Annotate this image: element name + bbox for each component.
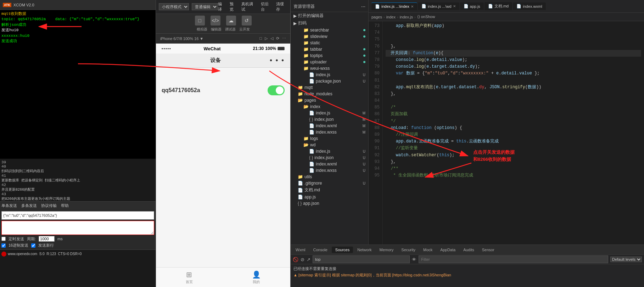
period-input[interactable] (39, 236, 55, 242)
debug-tab-security[interactable]: Security (398, 247, 419, 253)
tab-index-wxml[interactable]: 📄 index.wxml (513, 2, 545, 10)
resource-manager-btn[interactable]: ⋯ (361, 4, 365, 9)
menu-help[interactable]: 帮助 (61, 203, 69, 208)
send-input-single[interactable] (1, 211, 154, 220)
device-option[interactable]: ⋯ (282, 36, 286, 41)
xcom-logo: ATK (3, 3, 11, 7)
hex-send-checkbox[interactable] (1, 243, 6, 248)
sim-btn[interactable]: □ (195, 16, 205, 26)
console-search-input[interactable] (313, 255, 410, 263)
debug-tab-sources[interactable]: Sources (332, 247, 353, 253)
edit-dropdown[interactable]: 普通编辑 (192, 3, 218, 10)
debug-tab-memory[interactable]: Memory (376, 247, 397, 253)
home-icon: ⊞ (186, 270, 192, 279)
tree-node-modules[interactable]: 📁 node_modules (291, 91, 368, 97)
toggle-switch[interactable] (268, 85, 285, 95)
compile-btn[interactable]: 编译 (218, 1, 225, 12)
debug-tab-mock[interactable]: Mock (420, 247, 436, 253)
tree-slideview[interactable]: 📁 slideview (291, 33, 368, 40)
scan-item[interactable]: ▶ 扫码 (291, 19, 368, 27)
debug-tab-audits[interactable]: Audits (460, 247, 478, 253)
timed-send-checkbox[interactable] (1, 237, 6, 241)
tree-lib-index-js[interactable]: 📄 index.js U (291, 72, 368, 78)
nav-mine[interactable]: 👤 我的 (252, 270, 261, 285)
status-dot (363, 61, 365, 63)
device-ctrl-4[interactable]: ⟳ (276, 36, 279, 41)
status-dot (363, 35, 365, 38)
code-btn[interactable]: </> (211, 16, 220, 26)
tree-static[interactable]: 📁 static (291, 40, 368, 46)
tree-uploader[interactable]: 📁 uploader (291, 59, 368, 65)
tree-wd-index-js[interactable]: 📄 index.js U (291, 148, 368, 154)
tab-icon2: 📄 (421, 4, 426, 9)
debug-btn[interactable]: ☁ (226, 16, 236, 26)
debug-tab-appdata[interactable]: AppData (437, 247, 459, 253)
lib-pkg-label: package.json (316, 79, 341, 84)
upload-btn[interactable]: 切后台 (261, 1, 272, 12)
filter-input[interactable] (419, 255, 608, 263)
tree-utils[interactable]: 📁 utils (291, 174, 368, 180)
tree-searchbar[interactable]: 📁 searchbar (291, 27, 368, 33)
debug-tab-network[interactable]: Network (354, 247, 375, 253)
send-input-multiline[interactable] (1, 221, 154, 235)
preview-btn[interactable]: 预览 (230, 1, 237, 12)
tree-wd-index-wxml[interactable]: 📄 index.wxml U (291, 161, 368, 167)
tree-gitignore[interactable]: 📄 .gitignore U (291, 180, 368, 186)
eye-btn[interactable]: 👁 (412, 257, 416, 262)
tab-close2[interactable]: ✕ (453, 4, 456, 8)
xcom-menu: 单条发送 多条发送 协议传输 帮助 (0, 201, 156, 210)
breadcrumb-index-folder: index (386, 15, 396, 19)
tree-wd-index-wxss[interactable]: 📄 index.wxss U (291, 167, 368, 174)
line-83: }, (386, 91, 641, 97)
tree-app-js[interactable]: 📄 app.js (291, 194, 368, 200)
tree-mqtt[interactable]: 📁 mqtt (291, 84, 368, 91)
tree-tabbar[interactable]: 📁 tabbar (291, 46, 368, 52)
opened-editors-item[interactable]: ▶ 打开的编辑器 (291, 12, 368, 19)
tree-index-folder[interactable]: 📂 index (291, 103, 368, 110)
tree-lib-pkg-json[interactable]: 📄 package.json U (291, 78, 368, 84)
index-wxml-label: index.wxml (316, 123, 337, 128)
tree-app-json[interactable]: { } app.json (291, 200, 368, 207)
clear-btn[interactable]: 🚫 (293, 257, 298, 262)
tree-wd[interactable]: 📂 wd (291, 142, 368, 148)
line-93: }, (386, 159, 641, 165)
tab-index-js-wd[interactable]: 📄 index.js ...\wd ✕ (418, 2, 459, 10)
cloud-btn[interactable]: ↺ (242, 16, 252, 26)
menu-multi-send[interactable]: 多条发送 (21, 203, 37, 208)
menu-single-send[interactable]: 单条发送 (1, 203, 17, 208)
tree-index-wxml[interactable]: 📄 index.wxml M (291, 123, 368, 129)
tree-index-wxss[interactable]: 📄 index.wxss M (291, 129, 368, 135)
log-level-select[interactable]: Default levels (610, 257, 642, 262)
tree-index-js[interactable]: 📄 index.js M (291, 110, 368, 116)
tree-toptips[interactable]: 📁 toptips (291, 52, 368, 59)
index-wxss-label: index.wxss (316, 130, 337, 135)
terminal-line-4: 发送hui0 (1, 28, 154, 33)
tab-close[interactable]: ✕ (411, 5, 414, 9)
tab-icon4: 📄 (488, 4, 493, 9)
debug-tab-console[interactable]: Console (310, 247, 331, 253)
menu-protocol[interactable]: 协议传输 (41, 203, 57, 208)
tree-weui-wxss[interactable]: 📁 weui-wxss (291, 65, 368, 72)
mode-dropdown[interactable]: 小程序模式 (159, 3, 189, 10)
expand-btn[interactable]: ↗ (307, 257, 310, 262)
device-ctrl-1[interactable]: □ (259, 36, 262, 41)
tree-docs-md[interactable]: 📄 文档.md (291, 186, 368, 194)
tree-index-json[interactable]: { } index.json M (291, 116, 368, 123)
debug-tab-sensor[interactable]: Sensor (478, 247, 498, 253)
tab-docs-md[interactable]: 📄 文档.md (485, 2, 512, 10)
terminal-output: mqtt收到数据 topic: qq547176052a data: {"m":… (0, 10, 156, 159)
filter-btn[interactable]: ⊘ (301, 257, 304, 262)
save-btn[interactable]: 清缓存 (276, 1, 287, 12)
device-ctrl-3[interactable]: ◁ (270, 36, 273, 41)
tab-app-js[interactable]: 📄 app.js (460, 2, 484, 10)
nav-home[interactable]: ⊞ 首页 (186, 270, 193, 285)
tree-pages[interactable]: 📂 pages (291, 97, 368, 103)
modified-m4: M (363, 130, 365, 134)
tree-logs[interactable]: 📁 logs (291, 135, 368, 142)
device-ctrl-2[interactable]: ▷ (265, 36, 268, 41)
newline-checkbox[interactable] (31, 243, 35, 248)
debug-tab-wxml[interactable]: Wxml (292, 247, 309, 253)
tab-index-js-active[interactable]: 📄 index.js ...\index ✕ (371, 2, 417, 10)
tree-wd-index-json[interactable]: { } index.json U (291, 154, 368, 161)
real-machine-btn[interactable]: 真机调试 (241, 1, 256, 12)
